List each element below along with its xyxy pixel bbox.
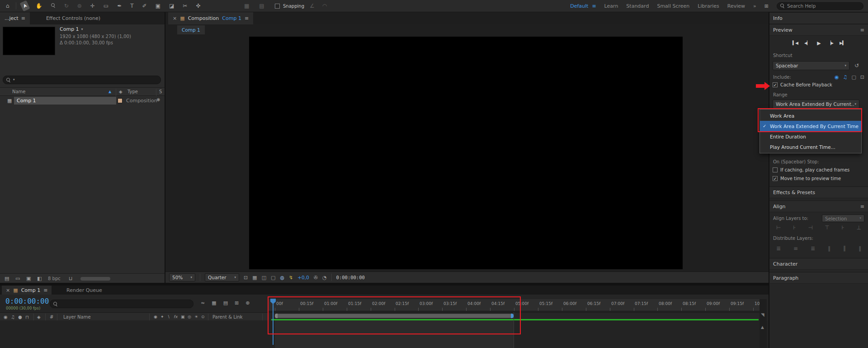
chevron-down-icon[interactable]: ▾ <box>13 78 15 81</box>
sort-ascending-icon[interactable]: ▲ <box>108 90 111 94</box>
effects-presets-header[interactable]: Effects & Presets <box>769 186 868 198</box>
snapping-checkbox[interactable] <box>275 4 280 9</box>
work-area-start-handle[interactable] <box>275 314 278 318</box>
time-ruler[interactable]: 00f 00:15f 01:00f 01:15f 02:00f 02:15f 0… <box>268 299 760 311</box>
workspace-tab-default[interactable]: Default <box>570 3 588 9</box>
column-type[interactable]: Type <box>127 89 138 94</box>
flowchart-icon[interactable]: ▤ <box>5 276 9 281</box>
align-panel-header[interactable]: Align ≡ <box>769 200 868 212</box>
workspace-tab-libraries[interactable]: Libraries <box>698 3 719 9</box>
label-column-icon[interactable]: ◈ <box>37 315 41 319</box>
chevron-down-icon[interactable]: ▾ <box>81 28 83 31</box>
clone-stamp-tool-icon[interactable]: ▣ <box>153 2 163 10</box>
zoom-tool-icon[interactable] <box>49 2 58 10</box>
resolution-dropdown[interactable]: Quarter ▾ <box>205 273 239 281</box>
grid-guides-icon[interactable]: ▢ <box>271 275 275 280</box>
panel-menu-icon[interactable]: ≡ <box>860 28 864 33</box>
column-divider[interactable] <box>156 89 156 96</box>
home-icon[interactable]: ⌂ <box>4 2 12 10</box>
menu-item-play-around-current-time[interactable]: Play Around Current Time... <box>760 142 861 152</box>
preview-time-value[interactable]: 0:00:00:00 <box>336 275 365 280</box>
switch-collapse-icon[interactable]: ∖ <box>167 315 170 319</box>
playhead-line[interactable] <box>273 299 274 345</box>
workspace-tab-review[interactable]: Review <box>727 3 745 9</box>
play-cached-frames-checkbox[interactable] <box>773 167 778 172</box>
work-area-pennant-icon[interactable]: ◥ <box>761 313 764 317</box>
new-folder-icon[interactable]: ▭ <box>15 276 20 281</box>
snapshot-camera-icon[interactable]: ✇ <box>314 275 318 280</box>
fast-previews-icon[interactable]: ↯ <box>289 275 293 280</box>
show-snapshot-icon[interactable]: ◔ <box>322 275 327 280</box>
workspace-tab-standard[interactable]: Standard <box>626 3 649 9</box>
pan-behind-tool-icon[interactable]: ✛ <box>88 2 97 10</box>
eraser-tool-icon[interactable]: ◪ <box>167 2 176 10</box>
paragraph-panel-header[interactable]: Paragraph <box>769 272 868 284</box>
panel-menu-icon[interactable]: ≡ <box>21 16 25 21</box>
lock-column-icon[interactable]: ⊓ <box>25 315 29 319</box>
menu-item-work-area[interactable]: Work Area <box>760 110 861 121</box>
switch-frame-blend-icon[interactable]: ◎ <box>188 315 191 319</box>
column-size[interactable]: S <box>159 89 162 94</box>
last-frame-button[interactable]: ▶▍ <box>838 41 847 45</box>
bit-depth-label[interactable]: 8 bpc <box>48 276 61 281</box>
selection-tool-icon[interactable]: ➤ <box>19 0 30 12</box>
axis-mode-icon[interactable]: ▦ <box>242 2 251 10</box>
switch-motion-blur-icon[interactable]: ☀ <box>194 315 198 319</box>
mask-visibility-icon[interactable]: ◫ <box>262 275 266 280</box>
panel-menu-icon[interactable]: ≡ <box>245 16 249 21</box>
composition-mini-flowchart-icon[interactable]: ≈ <box>201 300 205 305</box>
character-panel-header[interactable]: Character <box>769 258 868 270</box>
info-panel-header[interactable]: Info <box>769 12 868 24</box>
workspace-tab-small-screen[interactable]: Small Screen <box>657 3 689 9</box>
composition-viewer[interactable] <box>249 37 683 269</box>
new-composition-icon[interactable]: ▣ <box>26 276 31 281</box>
menu-item-entire-duration[interactable]: Entire Duration <box>760 131 861 142</box>
project-search-input[interactable]: ▾ <box>3 76 161 84</box>
frame-blending-icon[interactable]: ⊞ <box>235 300 239 305</box>
work-area-bar[interactable] <box>275 314 514 318</box>
timeline-zoom-icon[interactable]: ▲ <box>761 325 764 329</box>
snap-option-icon[interactable]: ◠ <box>320 2 329 10</box>
workspace-overflow-icon[interactable]: » <box>753 3 756 9</box>
axis-mode-icon[interactable]: ▤ <box>257 2 266 10</box>
switch-fx-icon[interactable]: fx <box>174 315 178 319</box>
label-column-icon[interactable]: ◈ <box>119 90 123 94</box>
pen-tool-icon[interactable]: ✒ <box>115 2 124 10</box>
audio-column-icon[interactable]: ♫ <box>11 315 15 319</box>
project-comp-title[interactable]: Comp 1 <box>60 26 79 32</box>
video-column-icon[interactable]: ◉ <box>4 315 8 319</box>
align-right-icon[interactable]: ⊣ <box>806 224 815 231</box>
include-audio-icon[interactable]: ♫ <box>843 75 848 80</box>
move-time-checkbox[interactable] <box>773 176 778 181</box>
include-layer-controls-icon[interactable]: ⊡ <box>860 75 864 80</box>
column-layer-name[interactable]: Layer Name <box>63 315 91 319</box>
column-name[interactable]: Name <box>12 89 26 94</box>
tab-effect-controls[interactable]: Effect Controls (none) <box>42 12 105 24</box>
timeline-search-input[interactable] <box>50 300 193 308</box>
preview-panel-header[interactable]: Preview ≡ <box>769 24 868 36</box>
align-left-icon[interactable]: ⊢ <box>774 224 783 231</box>
workspace-menu-icon[interactable]: ≡ <box>592 4 596 9</box>
rotate-tool-icon[interactable]: ↻ <box>62 2 71 10</box>
tab-render-queue[interactable]: Render Queue <box>66 287 102 293</box>
hide-shy-layers-icon[interactable]: ▤ <box>223 300 228 305</box>
project-row-comp1[interactable]: ▦ Comp 1 Composition ❋ <box>0 96 165 105</box>
close-icon[interactable]: × <box>6 288 10 293</box>
include-overlays-icon[interactable]: ▢ <box>851 75 856 80</box>
switch-video-icon[interactable]: ◉ <box>154 315 157 319</box>
horizontal-scrollbar[interactable] <box>80 277 110 281</box>
align-hcenter-icon[interactable]: ⊦ <box>791 224 798 231</box>
current-time-display[interactable]: 0:00:00:00 <box>5 297 49 305</box>
panel-menu-icon[interactable]: ≡ <box>43 288 47 293</box>
first-frame-button[interactable]: ▍◀ <box>791 41 800 45</box>
camera-tool-icon[interactable]: ⊚ <box>75 2 84 10</box>
brush-tool-icon[interactable]: ✐ <box>140 2 149 10</box>
viewer-tab-comp1[interactable]: Comp 1 <box>177 25 205 34</box>
menu-item-work-area-extended[interactable]: ✓ Work Area Extended By Current Time <box>760 121 861 131</box>
label-color-chip[interactable] <box>118 98 123 103</box>
switch-quality-icon[interactable]: ▣ <box>181 315 185 319</box>
align-bottom-icon[interactable]: ⊥ <box>854 224 863 231</box>
play-button[interactable]: ▶ <box>814 40 823 46</box>
adjust-icon[interactable]: ◧ <box>37 276 42 281</box>
motion-blur-icon[interactable]: ⊕ <box>245 300 250 305</box>
